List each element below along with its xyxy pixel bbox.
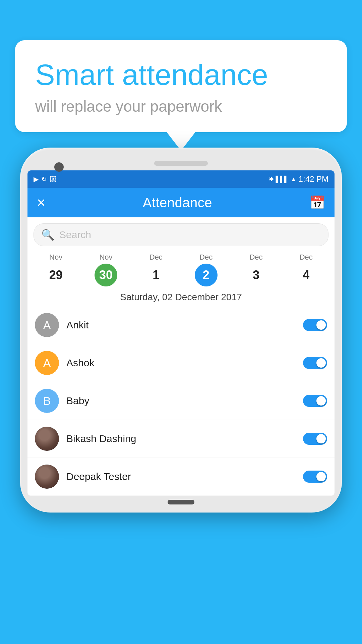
phone-mockup: ▶ ↻ 🖼 ✱ ▌▌▌ ▲ 1:42 PM × Attendance 📅 <box>20 148 342 644</box>
date-number[interactable]: 30 <box>95 264 117 286</box>
date-item-2[interactable]: Dec2 <box>189 253 223 286</box>
wifi-icon: ▲ <box>291 176 297 183</box>
app-header: × Attendance 📅 <box>27 188 335 217</box>
status-bar: ▶ ↻ 🖼 ✱ ▌▌▌ ▲ 1:42 PM <box>27 170 335 188</box>
search-bar[interactable]: 🔍 Search <box>34 223 328 246</box>
date-number[interactable]: 3 <box>245 264 267 286</box>
bubble-title: Smart attendance <box>35 59 327 91</box>
toggle-bikash[interactable] <box>303 433 327 445</box>
bubble-subtitle: will replace your paperwork <box>35 97 327 115</box>
person-item-baby: BBaby <box>27 382 335 420</box>
phone-camera <box>54 162 64 172</box>
signal-icon: ▌▌▌ <box>276 176 289 183</box>
phone-screen: ▶ ↻ 🖼 ✱ ▌▌▌ ▲ 1:42 PM × Attendance 📅 <box>27 170 335 496</box>
calendar-button[interactable]: 📅 <box>309 195 325 210</box>
date-month: Dec <box>149 253 163 262</box>
date-month: Nov <box>49 253 62 262</box>
person-name-ankit: Ankit <box>66 319 303 331</box>
search-icon: 🔍 <box>41 228 55 241</box>
date-item-3[interactable]: Dec3 <box>239 253 273 286</box>
toggle-ankit[interactable] <box>303 319 327 331</box>
play-icon: ▶ <box>34 175 39 183</box>
phone-bottom <box>27 496 335 505</box>
toggle-ashok[interactable] <box>303 357 327 369</box>
sync-icon: ↻ <box>41 175 47 183</box>
date-month: Dec <box>300 253 313 262</box>
bluetooth-icon: ✱ <box>269 175 274 183</box>
date-number[interactable]: 2 <box>195 264 218 286</box>
avatar-photo-inner <box>35 465 59 489</box>
date-item-4[interactable]: Dec4 <box>289 253 323 286</box>
header-title: Attendance <box>143 195 212 210</box>
status-icons-right: ✱ ▌▌▌ ▲ 1:42 PM <box>269 174 328 184</box>
person-name-ashok: Ashok <box>66 357 303 369</box>
date-number[interactable]: 4 <box>295 264 317 286</box>
person-name-baby: Baby <box>66 395 303 407</box>
status-icons-left: ▶ ↻ 🖼 <box>34 175 56 183</box>
speech-bubble: Smart attendance will replace your paper… <box>15 40 347 132</box>
avatar-bikash <box>35 427 59 451</box>
date-month: Dec <box>249 253 262 262</box>
toggle-baby[interactable] <box>303 395 327 407</box>
image-icon: 🖼 <box>50 175 56 183</box>
status-time: 1:42 PM <box>299 174 328 184</box>
selected-date-label: Saturday, 02 December 2017 <box>27 286 335 306</box>
person-item-deepak: Deepak Tester <box>27 458 335 496</box>
person-item-ashok: AAshok <box>27 344 335 382</box>
date-item-1[interactable]: Dec1 <box>139 253 173 286</box>
date-item-30[interactable]: Nov30 <box>89 253 123 286</box>
person-name-bikash: Bikash Dashing <box>66 433 303 444</box>
avatar-photo-inner <box>35 427 59 451</box>
date-month: Dec <box>199 253 213 262</box>
date-month: Nov <box>99 253 112 262</box>
person-list: AAnkitAAshokBBabyBikash DashingDeepak Te… <box>27 306 335 496</box>
date-number[interactable]: 1 <box>144 264 167 286</box>
avatar-ashok: A <box>35 351 59 375</box>
date-number[interactable]: 29 <box>45 264 67 286</box>
date-item-29[interactable]: Nov29 <box>39 253 73 286</box>
search-placeholder: Search <box>59 229 91 240</box>
home-indicator <box>168 500 194 504</box>
phone-top <box>27 155 335 170</box>
close-button[interactable]: × <box>37 195 46 210</box>
avatar-deepak <box>35 465 59 489</box>
person-name-deepak: Deepak Tester <box>66 471 303 482</box>
phone-speaker <box>154 161 208 166</box>
person-item-ankit: AAnkit <box>27 306 335 344</box>
avatar-ankit: A <box>35 313 59 337</box>
person-item-bikash: Bikash Dashing <box>27 420 335 458</box>
avatar-baby: B <box>35 389 59 413</box>
date-strip: Nov29Nov30Dec1Dec2Dec3Dec4 <box>27 250 335 286</box>
toggle-deepak[interactable] <box>303 471 327 483</box>
